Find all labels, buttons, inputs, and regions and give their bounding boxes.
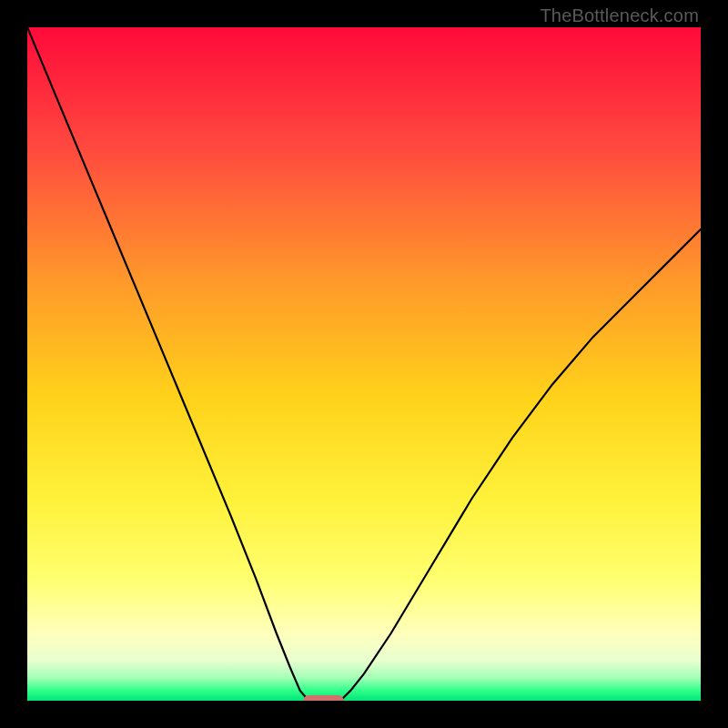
- chart-frame: TheBottleneck.com: [0, 0, 728, 728]
- curve-left-branch: [27, 27, 308, 701]
- bottleneck-marker: [303, 695, 343, 701]
- watermark-label: TheBottleneck.com: [540, 5, 699, 26]
- curve-right-branch: [340, 229, 701, 701]
- curve-layer: [27, 27, 701, 701]
- plot-area: [27, 27, 701, 701]
